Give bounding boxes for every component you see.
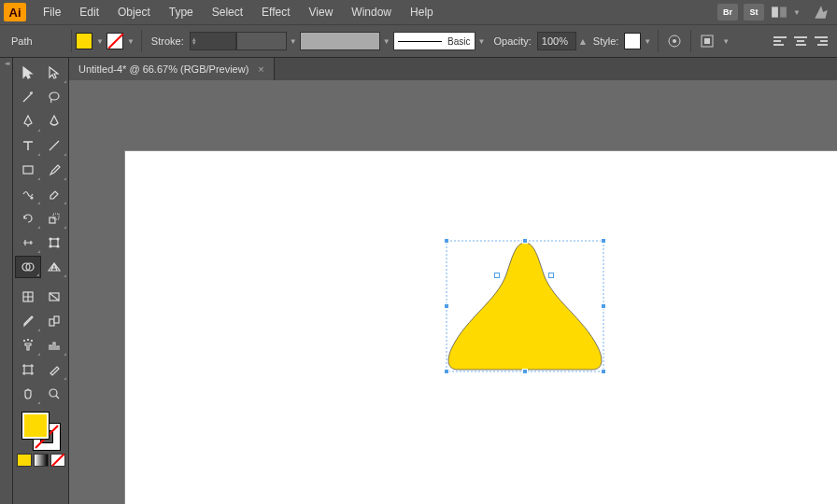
align-to-dropdown-icon[interactable]: ▼ (722, 37, 730, 46)
eyedropper-tool[interactable] (15, 310, 41, 332)
shape-builder-tool[interactable] (15, 256, 41, 278)
lasso-tool[interactable] (41, 86, 67, 108)
stroke-dropdown-icon[interactable]: ▼ (127, 37, 135, 46)
handle-bc[interactable] (522, 369, 528, 374)
menu-edit[interactable]: Edit (70, 6, 108, 19)
width-tool[interactable] (15, 231, 41, 254)
align-right-icon[interactable] (812, 33, 830, 49)
type-tool[interactable] (15, 134, 41, 157)
color-mode-gradient[interactable] (34, 454, 49, 467)
menu-help[interactable]: Help (401, 6, 443, 19)
anchor-point[interactable] (548, 273, 554, 278)
scale-tool[interactable] (41, 207, 67, 230)
fill-color-box[interactable] (22, 413, 49, 439)
svg-point-23 (27, 340, 28, 341)
svg-point-14 (50, 245, 51, 247)
zoom-tool[interactable] (41, 383, 67, 405)
menu-select[interactable]: Select (203, 6, 252, 19)
align-center-icon[interactable] (791, 33, 810, 49)
direct-selection-tool[interactable] (41, 62, 67, 84)
control-bar: Path ▼ ▼ Stroke: ▲▼ ▼ ▼ Basic ▼ Opacity:… (0, 24, 837, 58)
handle-br[interactable] (601, 369, 606, 374)
menu-window[interactable]: Window (342, 6, 401, 19)
brush-profile-dropdown-icon[interactable]: ▼ (478, 37, 486, 46)
hand-tool[interactable] (15, 383, 41, 405)
slice-tool[interactable] (41, 358, 67, 381)
brush-profile-selector[interactable]: Basic (393, 32, 475, 50)
toolbox (13, 58, 69, 504)
arrange-dropdown-icon[interactable]: ▼ (793, 8, 801, 17)
recolor-artwork-icon[interactable] (664, 32, 685, 50)
menu-view[interactable]: View (300, 6, 343, 19)
svg-point-24 (31, 341, 32, 342)
pen-tool[interactable] (15, 110, 41, 133)
variable-width-profile[interactable] (236, 32, 287, 50)
stock-icon[interactable]: St (744, 4, 764, 21)
handle-ml[interactable] (444, 303, 449, 309)
opacity-dropdown-icon[interactable]: ▶ (577, 38, 586, 44)
menu-object[interactable]: Object (108, 6, 160, 19)
selected-path-shape[interactable] (443, 237, 607, 377)
stroke-swatch[interactable] (106, 33, 123, 49)
arrange-documents-icon[interactable] (771, 6, 787, 19)
fill-stroke-proxy[interactable] (22, 413, 60, 450)
artboard-tool[interactable] (15, 358, 41, 381)
graphic-style-swatch[interactable] (624, 33, 641, 49)
fill-swatch[interactable] (76, 33, 92, 49)
document-tab[interactable]: Untitled-4* @ 66.67% (RGB/Preview) × (69, 58, 275, 80)
svg-point-3 (673, 39, 676, 43)
stroke-weight-input[interactable]: ▲▼ (190, 32, 236, 50)
svg-point-15 (57, 245, 59, 247)
bridge-icon[interactable]: Br (717, 4, 738, 21)
brush-dropdown-icon[interactable]: ▼ (383, 37, 390, 46)
gradient-tool[interactable] (41, 286, 67, 308)
magic-wand-tool[interactable] (15, 86, 41, 108)
svg-rect-20 (50, 319, 54, 326)
color-mode-none[interactable] (50, 454, 65, 467)
close-tab-icon[interactable]: × (258, 63, 263, 75)
opacity-input[interactable] (537, 32, 576, 50)
mesh-tool[interactable] (15, 286, 41, 308)
collapsed-panel-dock[interactable]: ◂◂ (0, 58, 13, 504)
align-to-icon[interactable] (697, 32, 717, 50)
style-dropdown-icon[interactable]: ▼ (644, 37, 651, 46)
curvature-tool[interactable] (41, 110, 67, 133)
menu-effect[interactable]: Effect (252, 6, 299, 19)
align-left-icon[interactable] (771, 33, 789, 49)
line-segment-tool[interactable] (41, 134, 67, 157)
handle-tr[interactable] (601, 238, 606, 244)
free-transform-tool[interactable] (41, 231, 67, 254)
handle-tl[interactable] (444, 238, 449, 244)
selection-tool[interactable] (15, 62, 41, 84)
color-mode-solid[interactable] (17, 454, 32, 467)
svg-point-13 (57, 238, 59, 240)
svg-rect-21 (54, 316, 59, 323)
expand-dock-icon[interactable]: ◂◂ (5, 60, 8, 67)
handle-mr[interactable] (601, 303, 606, 309)
handle-tc[interactable] (522, 238, 528, 244)
canvas-area: Untitled-4* @ 66.67% (RGB/Preview) × (69, 58, 837, 504)
paintbrush-tool[interactable] (41, 159, 67, 181)
menu-file[interactable]: File (34, 6, 70, 19)
brush-profile-label: Basic (447, 36, 470, 47)
shaper-tool[interactable] (15, 183, 41, 205)
column-graph-tool[interactable] (41, 334, 67, 357)
svg-point-26 (50, 389, 57, 397)
svg-rect-0 (772, 7, 778, 17)
rectangle-tool[interactable] (15, 159, 41, 181)
symbol-sprayer-tool[interactable] (15, 334, 41, 357)
eraser-tool[interactable] (41, 183, 67, 205)
svg-rect-10 (53, 214, 59, 219)
app-logo: Ai (4, 3, 26, 21)
blend-tool[interactable] (41, 310, 67, 332)
variable-width-dropdown-icon[interactable]: ▼ (290, 37, 297, 46)
menu-type[interactable]: Type (160, 6, 203, 19)
fill-dropdown-icon[interactable]: ▼ (96, 37, 104, 46)
artboard-viewport[interactable] (69, 80, 837, 504)
rotate-tool[interactable] (15, 207, 41, 230)
handle-bl[interactable] (444, 369, 449, 374)
gpu-performance-icon[interactable] (813, 6, 830, 19)
perspective-grid-tool[interactable] (41, 256, 67, 278)
anchor-point[interactable] (494, 273, 500, 278)
brush-definition[interactable] (300, 32, 380, 50)
